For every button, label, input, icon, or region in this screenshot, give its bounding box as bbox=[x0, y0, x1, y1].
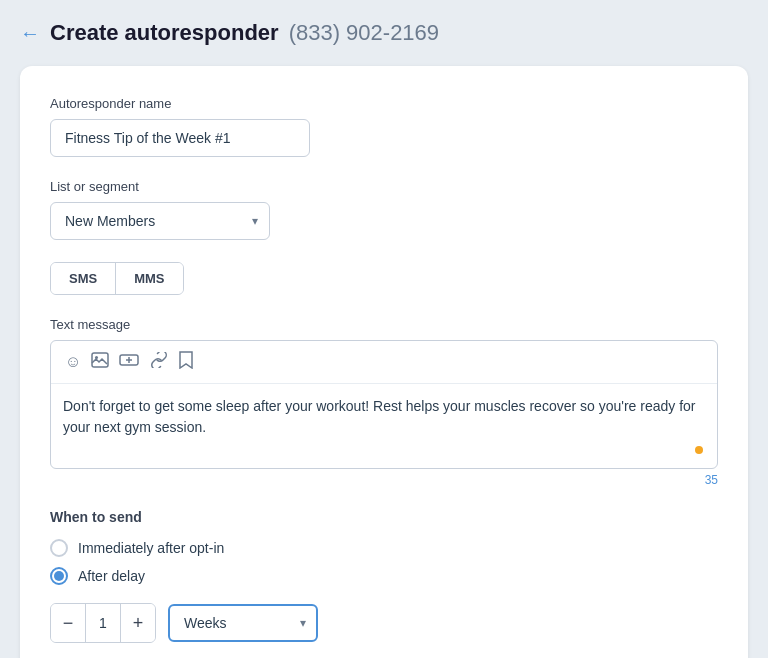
stepper-increment-button[interactable]: + bbox=[121, 604, 155, 642]
text-editor: ☺ bbox=[50, 340, 718, 469]
text-message-group: Text message ☺ bbox=[50, 317, 718, 487]
delay-unit-select[interactable]: Minutes Hours Days Weeks Months bbox=[168, 604, 318, 642]
form-card: Autoresponder name List or segment New M… bbox=[20, 66, 748, 658]
radio-delay-inner bbox=[54, 571, 64, 581]
radio-delay-label: After delay bbox=[78, 568, 145, 584]
list-segment-select-wrapper: New Members All Members Active Members ▾ bbox=[50, 202, 270, 240]
cursor-indicator bbox=[695, 446, 703, 454]
radio-delay[interactable]: After delay bbox=[50, 567, 718, 585]
text-message-content: Don't forget to get some sleep after you… bbox=[63, 396, 705, 456]
autoresponder-name-label: Autoresponder name bbox=[50, 96, 718, 111]
list-segment-select[interactable]: New Members All Members Active Members bbox=[50, 202, 270, 240]
list-segment-label: List or segment bbox=[50, 179, 718, 194]
image-icon[interactable] bbox=[89, 350, 111, 374]
autoresponder-name-input[interactable] bbox=[50, 119, 310, 157]
merge-tag-icon[interactable] bbox=[117, 350, 141, 374]
bookmark-icon[interactable] bbox=[177, 349, 195, 375]
list-segment-group: List or segment New Members All Members … bbox=[50, 179, 718, 240]
page-subtitle: (833) 902-2169 bbox=[289, 20, 439, 46]
delay-unit-select-wrapper: Minutes Hours Days Weeks Months ▾ bbox=[168, 604, 318, 642]
radio-group: Immediately after opt-in After delay bbox=[50, 539, 718, 585]
when-to-send-group: When to send Immediately after opt-in Af… bbox=[50, 509, 718, 643]
radio-delay-circle bbox=[50, 567, 68, 585]
back-button[interactable]: ← bbox=[20, 22, 40, 45]
when-to-send-label: When to send bbox=[50, 509, 718, 525]
stepper-value: 1 bbox=[85, 604, 121, 642]
emoji-icon[interactable]: ☺ bbox=[63, 351, 83, 373]
delay-stepper: − 1 + bbox=[50, 603, 156, 643]
editor-toolbar: ☺ bbox=[51, 341, 717, 384]
radio-immediate-label: Immediately after opt-in bbox=[78, 540, 224, 556]
link-icon[interactable] bbox=[147, 350, 171, 374]
sms-mms-toggle: SMS MMS bbox=[50, 262, 184, 295]
delay-row: − 1 + Minutes Hours Days Weeks Months ▾ bbox=[50, 603, 718, 643]
page-title: Create autoresponder bbox=[50, 20, 279, 46]
radio-immediate-circle bbox=[50, 539, 68, 557]
char-count: 35 bbox=[50, 473, 718, 487]
mms-button[interactable]: MMS bbox=[116, 263, 182, 294]
text-message-label: Text message bbox=[50, 317, 718, 332]
editor-body[interactable]: Don't forget to get some sleep after you… bbox=[51, 384, 717, 468]
stepper-decrement-button[interactable]: − bbox=[51, 604, 85, 642]
sms-button[interactable]: SMS bbox=[51, 263, 116, 294]
autoresponder-name-group: Autoresponder name bbox=[50, 96, 718, 157]
radio-immediate[interactable]: Immediately after opt-in bbox=[50, 539, 718, 557]
